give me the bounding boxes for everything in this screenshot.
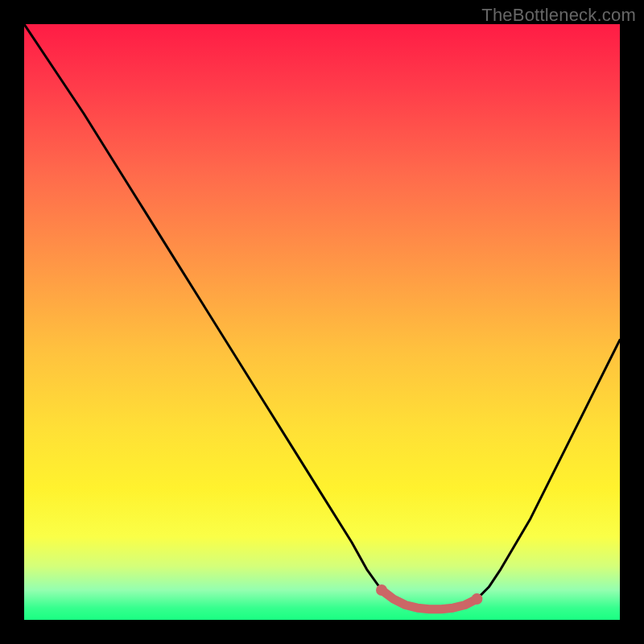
watermark-text: TheBottleneck.com: [481, 5, 636, 26]
bottleneck-curve: [24, 24, 620, 609]
optimal-band-end-dot: [471, 593, 482, 605]
optimal-band-start-dot: [376, 584, 387, 596]
curve-layer: [24, 24, 620, 620]
plot-area: [24, 24, 620, 620]
chart-container: TheBottleneck.com: [0, 0, 644, 644]
optimal-band-line: [382, 590, 477, 609]
